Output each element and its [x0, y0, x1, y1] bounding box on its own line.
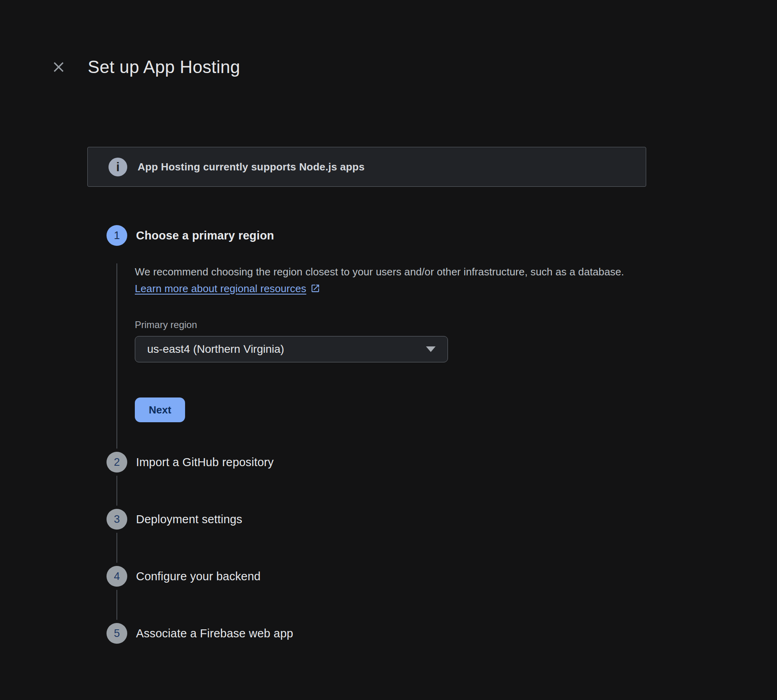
info-banner-text: App Hosting currently supports Node.js a…	[138, 161, 365, 173]
step-4-title: Configure your backend	[136, 570, 260, 583]
step-deployment-settings: 3 Deployment settings	[106, 509, 646, 563]
primary-region-value: us-east4 (Northern Virginia)	[147, 343, 426, 356]
dialog-header: Set up App Hosting	[51, 56, 777, 78]
setup-app-hosting-dialog: Set up App Hosting i App Hosting current…	[0, 0, 777, 644]
learn-more-link-label: Learn more about regional resources	[135, 283, 306, 295]
step-1-title: Choose a primary region	[136, 229, 274, 242]
step-1-number: 1	[114, 230, 120, 241]
stepper: 1 Choose a primary region We recommend c…	[106, 225, 646, 644]
info-icon: i	[108, 158, 127, 176]
step-2-connector	[116, 476, 646, 506]
step-1-header: 1 Choose a primary region	[106, 225, 646, 246]
step-2-title: Import a GitHub repository	[136, 456, 274, 469]
step-1-body: We recommend choosing the region closest…	[116, 263, 646, 449]
step-3-header: 3 Deployment settings	[106, 509, 646, 530]
step-1-indicator: 1	[106, 225, 127, 246]
dialog-content: i App Hosting currently supports Node.js…	[87, 147, 646, 644]
close-button[interactable]	[51, 59, 66, 75]
step-2-header: 2 Import a GitHub repository	[106, 452, 646, 473]
step-import-github-repository: 2 Import a GitHub repository	[106, 452, 646, 506]
step-3-title: Deployment settings	[136, 513, 243, 526]
primary-region-label: Primary region	[135, 319, 646, 330]
step-3-indicator: 3	[106, 509, 127, 530]
chevron-down-icon	[426, 346, 436, 352]
step-4-indicator: 4	[106, 566, 127, 587]
step-3-connector	[116, 533, 646, 563]
primary-region-select[interactable]: us-east4 (Northern Virginia)	[135, 336, 448, 362]
next-button[interactable]: Next	[135, 397, 185, 422]
step-5-title: Associate a Firebase web app	[136, 627, 293, 640]
step-4-connector	[116, 590, 646, 620]
page-title: Set up App Hosting	[88, 57, 240, 77]
step-4-header: 4 Configure your backend	[106, 566, 646, 587]
step-choose-primary-region: 1 Choose a primary region We recommend c…	[106, 225, 646, 449]
step-5-header: 5 Associate a Firebase web app	[106, 623, 646, 644]
step-2-indicator: 2	[106, 452, 127, 473]
step-5-number: 5	[114, 628, 120, 639]
step-5-indicator: 5	[106, 623, 127, 644]
step-configure-your-backend: 4 Configure your backend	[106, 566, 646, 620]
step-3-number: 3	[114, 514, 120, 525]
step-4-number: 4	[114, 571, 120, 582]
external-link-icon	[310, 283, 320, 293]
close-icon	[52, 61, 65, 73]
region-description-text: We recommend choosing the region closest…	[135, 266, 624, 278]
region-description: We recommend choosing the region closest…	[135, 263, 627, 297]
step-2-number: 2	[114, 457, 120, 468]
info-banner: i App Hosting currently supports Node.js…	[87, 147, 646, 187]
learn-more-regional-resources-link[interactable]: Learn more about regional resources	[135, 283, 320, 295]
step-associate-firebase-web-app: 5 Associate a Firebase web app	[106, 623, 646, 644]
